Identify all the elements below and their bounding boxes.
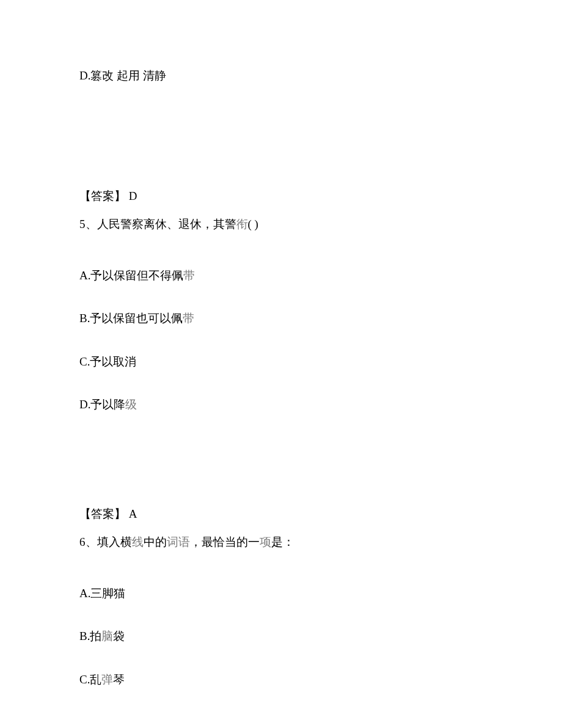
- option-text: 袋: [113, 630, 125, 642]
- question-5: 5、人民警察离休、退休，其警衔( ): [79, 216, 483, 233]
- option-d-q5: D.予以降级: [79, 396, 483, 414]
- answer-value: A: [126, 507, 137, 520]
- question-text-part: 5、人民警察离休、退休，其警: [79, 218, 236, 230]
- options-q5: A.予以保留但不得佩带 B.予以保留也可以佩带 C.予以取消 D.予以降级: [79, 267, 483, 414]
- option-text: A.予以保留但不得佩: [79, 269, 183, 282]
- option-text: C.予以取消: [79, 355, 136, 368]
- question-text-part: 6、填入横: [79, 535, 132, 548]
- answer-block-q5: 【答案】 A: [79, 506, 483, 523]
- option-a-q6: A.三脚猫: [79, 585, 483, 603]
- answer-value: D: [126, 189, 137, 202]
- option-text: D.篡改 起用 清静: [79, 69, 166, 82]
- option-text: B.予以保留也可以佩: [79, 312, 183, 325]
- question-gray: 词语: [167, 535, 190, 548]
- answer-label: 【答案】: [79, 507, 126, 520]
- question-text-part: 中的: [144, 535, 167, 548]
- option-b-q5: B.予以保留也可以佩带: [79, 310, 483, 328]
- option-gray: 级: [125, 398, 137, 411]
- question-text-part: ，最恰当的一: [190, 535, 260, 548]
- option-c-q5: C.予以取消: [79, 353, 483, 371]
- option-text: D.予以降: [79, 398, 125, 411]
- option-text: C.乱: [79, 673, 101, 686]
- option-gray: 弹: [101, 673, 113, 686]
- option-b-q6: B.拍脑袋: [79, 628, 483, 645]
- options-q6: A.三脚猫 B.拍脑袋 C.乱弹琴: [79, 585, 483, 689]
- option-a-q5: A.予以保留但不得佩带: [79, 267, 483, 285]
- question-text-part: 是：: [271, 535, 294, 548]
- option-c-q6: C.乱弹琴: [79, 671, 483, 689]
- question-6: 6、填入横线中的词语，最恰当的一项是：: [79, 534, 483, 551]
- option-text: B.拍: [79, 630, 101, 642]
- question-gray: 项: [260, 535, 271, 548]
- option-d-q4: D.篡改 起用 清静: [79, 67, 483, 85]
- question-text-part: ( ): [248, 218, 258, 230]
- option-gray: 带: [183, 312, 194, 325]
- option-text: 琴: [113, 673, 125, 686]
- option-gray: 脑: [101, 630, 113, 642]
- option-gray: 带: [183, 269, 195, 282]
- option-text: A.三脚猫: [79, 587, 125, 600]
- question-text-gray: 衔: [236, 218, 248, 230]
- answer-label: 【答案】: [79, 189, 126, 202]
- question-gray: 线: [132, 535, 144, 548]
- answer-block-q4: 【答案】 D: [79, 188, 483, 205]
